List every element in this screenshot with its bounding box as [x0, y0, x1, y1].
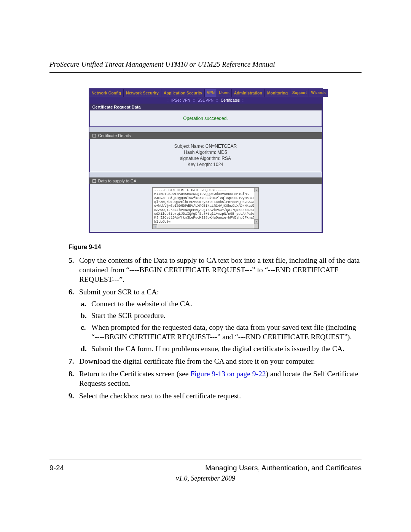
- sub-tabbar: :: IPSec VPN :: SSL VPN :: Certificates …: [89, 97, 322, 104]
- certificate-details-body: Subject Name: CN=NETGEAR Hash Algorithm:…: [89, 139, 322, 172]
- collapse-box-icon[interactable]: [92, 134, 96, 137]
- csr-textarea[interactable]: -----BEGIN CERTIFICATE REQUEST----- MIIB…: [152, 187, 259, 229]
- step-7-text: Download the digital certificate file fr…: [79, 357, 315, 365]
- step-6b: b.Start the SCR procedure.: [81, 311, 362, 321]
- instruction-list: 5.Copy the contents of the Data to suppl…: [68, 256, 362, 401]
- scroll-down-icon[interactable]: [254, 219, 258, 224]
- hash-algo-value: MD5: [217, 150, 227, 155]
- data-to-ca-body: -----BEGIN CERTIFICATE REQUEST----- MIIB…: [89, 184, 322, 232]
- step-6a: a.Connect to the website of the CA.: [81, 299, 362, 309]
- top-tabbar: Network Config Network Security Applicat…: [89, 89, 322, 97]
- figure-image: Network Config Network Security Applicat…: [49, 88, 362, 233]
- step-6: 6.Submit your SCR to a CA: a.Connect to …: [68, 288, 362, 354]
- scrollbar-horizontal[interactable]: [153, 224, 258, 228]
- key-length-value: 1024: [213, 162, 223, 167]
- subtab-ssl-vpn[interactable]: SSL VPN: [198, 98, 213, 102]
- subject-name-label: Subject Name:: [174, 144, 204, 149]
- key-length-label: Key Length:: [188, 162, 212, 167]
- subject-name-value: CN=NETGEAR: [206, 144, 237, 149]
- step-6d: d.Submit the CA form. If no problems ens…: [81, 344, 362, 354]
- step-6d-text: Submit the CA form. If no problems ensue…: [91, 345, 344, 353]
- tab-monitoring[interactable]: Monitoring: [265, 89, 290, 97]
- section-data-to-ca: Data to supply to CA: [89, 177, 322, 184]
- footer-rule: [49, 460, 362, 460]
- step-9: 9.Select the checkbox next to the self c…: [68, 391, 362, 401]
- xref-figure-9-13[interactable]: Figure 9-13 on page 9-22: [190, 370, 266, 378]
- tab-support[interactable]: Support: [290, 89, 309, 97]
- step-8-pre: Return to the Certificates screen (see: [79, 370, 190, 378]
- section-certificate-details: Certificate Details: [89, 132, 322, 139]
- page-footer: 9-24 Managing Users, Authentication, and…: [49, 460, 362, 482]
- tab-vpn[interactable]: VPN: [205, 89, 217, 97]
- step-6b-text: Start the SCR procedure.: [91, 312, 166, 320]
- step-6a-text: Connect to the website of the CA.: [91, 300, 192, 308]
- sig-algo-label: signature Algorithm:: [180, 156, 220, 161]
- step-6c: c.When prompted for the requested data, …: [81, 323, 362, 342]
- scrollbar-corner: [254, 224, 258, 228]
- panel-title-cert-request-data: Certificate Request Data: [89, 104, 322, 110]
- header-rule: [49, 72, 362, 73]
- step-6c-text: When prompted for the requested data, co…: [91, 323, 356, 341]
- pipe-icon: ::: [167, 98, 169, 102]
- tab-wizards[interactable]: Wizards: [309, 89, 328, 97]
- pipe-icon: ::: [193, 98, 195, 102]
- running-header: ProSecure Unified Threat Management UTM1…: [49, 60, 362, 69]
- pipe-icon: ::: [216, 98, 218, 102]
- step-9-text: Select the checkbox next to the self cer…: [79, 392, 241, 400]
- tab-administration[interactable]: Administration: [232, 89, 265, 97]
- step-8: 8. Return to the Certificates screen (se…: [68, 369, 362, 388]
- footer-section-title: Managing Users, Authentication, and Cert…: [205, 464, 362, 472]
- tab-network-security[interactable]: Network Security: [124, 89, 161, 97]
- step-8-text: Return to the Certificates screen (see F…: [79, 370, 358, 387]
- figure-caption: Figure 9-14: [68, 244, 362, 251]
- sig-algo-value: RSA: [221, 156, 231, 161]
- footer-version: v1.0, September 2009: [49, 474, 362, 482]
- step-5-text: Copy the contents of the Data to supply …: [79, 256, 360, 283]
- scroll-left-icon[interactable]: [153, 224, 157, 229]
- hash-algo-label: Hash Algorithm:: [184, 150, 216, 155]
- subtab-certificates[interactable]: Certificates: [221, 98, 240, 102]
- collapse-box-icon[interactable]: [92, 179, 96, 183]
- csr-text[interactable]: -----BEGIN CERTIFICATE REQUEST----- MIIB…: [154, 189, 257, 228]
- tab-users[interactable]: Users: [217, 89, 232, 97]
- scrollbar-vertical[interactable]: [254, 188, 258, 224]
- scroll-up-icon[interactable]: [254, 188, 258, 192]
- app-screenshot: Network Config Network Security Applicat…: [89, 88, 323, 233]
- subtab-ipsec-vpn[interactable]: IPSec VPN: [171, 98, 190, 102]
- tab-application-security[interactable]: Application Security: [161, 89, 205, 97]
- pipe-icon: ::: [242, 98, 245, 102]
- step-5: 5.Copy the contents of the Data to suppl…: [68, 256, 362, 284]
- page-number: 9-24: [49, 464, 64, 472]
- section-title: Certificate Details: [98, 133, 131, 138]
- step-6-text: Submit your SCR to a CA:: [79, 288, 159, 296]
- step-7: 7.Download the digital certificate file …: [68, 357, 362, 366]
- status-message: Operation succeeded.: [89, 110, 322, 127]
- section-title: Data to supply to CA: [98, 179, 137, 183]
- step-6-sublist: a.Connect to the website of the CA. b.St…: [81, 299, 362, 354]
- tab-network-config[interactable]: Network Config: [89, 89, 124, 97]
